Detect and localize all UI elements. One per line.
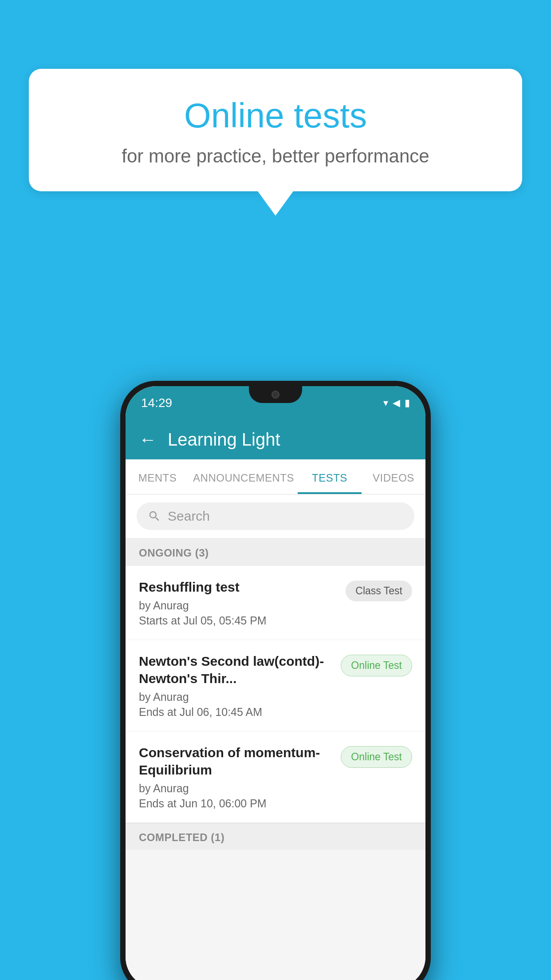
phone-notch xyxy=(249,386,302,403)
test-badge-2: Online Test xyxy=(341,655,412,676)
speech-bubble: Online tests for more practice, better p… xyxy=(29,69,522,191)
test-name-3: Conservation of momentum-Equilibrium xyxy=(139,744,334,778)
app-title: Learning Light xyxy=(168,430,280,450)
test-name-2: Newton's Second law(contd)-Newton's Thir… xyxy=(139,652,334,687)
tab-ments[interactable]: MENTS xyxy=(126,459,189,494)
test-time-1: Starts at Jul 05, 05:45 PM xyxy=(139,614,339,627)
test-by-2: by Anurag xyxy=(139,691,334,703)
signal-icon: ◀ xyxy=(393,397,400,409)
battery-icon: ▮ xyxy=(405,397,410,409)
search-placeholder: Search xyxy=(168,509,210,524)
search-icon xyxy=(148,510,161,523)
phone-screen: 14:29 ▾ ◀ ▮ ← Learning Light MENTS ANNOU… xyxy=(126,386,425,980)
bubble-tail xyxy=(258,191,293,216)
status-icons: ▾ ◀ ▮ xyxy=(383,397,410,409)
bubble-title: Online tests xyxy=(51,95,500,136)
test-badge-3: Online Test xyxy=(341,746,412,768)
test-item-reshuffling[interactable]: Reshuffling test by Anurag Starts at Jul… xyxy=(126,566,425,640)
test-item-conservation[interactable]: Conservation of momentum-Equilibrium by … xyxy=(126,731,425,823)
completed-section-header: COMPLETED (1) xyxy=(126,823,425,850)
completed-title: COMPLETED (1) xyxy=(139,831,224,843)
test-info-1: Reshuffling test by Anurag Starts at Jul… xyxy=(139,578,346,627)
tab-videos[interactable]: VIDEOS xyxy=(362,459,425,494)
ongoing-title: ONGOING (3) xyxy=(139,547,209,559)
ongoing-section-header: ONGOING (3) xyxy=(126,538,425,566)
status-time: 14:29 xyxy=(141,396,172,410)
status-bar: 14:29 ▾ ◀ ▮ xyxy=(126,386,425,419)
tab-announcements[interactable]: ANNOUNCEMENTS xyxy=(189,459,298,494)
wifi-icon: ▾ xyxy=(383,397,388,409)
test-badge-1: Class Test xyxy=(346,581,412,601)
phone-frame: 14:29 ▾ ◀ ▮ ← Learning Light MENTS ANNOU… xyxy=(120,381,431,980)
test-time-2: Ends at Jul 06, 10:45 AM xyxy=(139,706,334,719)
test-time-3: Ends at Jun 10, 06:00 PM xyxy=(139,797,334,810)
back-button[interactable]: ← xyxy=(139,431,157,448)
app-header: ← Learning Light xyxy=(126,419,425,459)
test-item-newtons[interactable]: Newton's Second law(contd)-Newton's Thir… xyxy=(126,640,425,731)
test-info-2: Newton's Second law(contd)-Newton's Thir… xyxy=(139,652,341,719)
speech-bubble-container: Online tests for more practice, better p… xyxy=(29,69,522,216)
test-name-1: Reshuffling test xyxy=(139,578,339,596)
test-by-3: by Anurag xyxy=(139,782,334,795)
search-input-wrap[interactable]: Search xyxy=(137,502,414,530)
test-info-3: Conservation of momentum-Equilibrium by … xyxy=(139,744,341,810)
content-area: ONGOING (3) Reshuffling test by Anurag S… xyxy=(126,538,425,980)
tab-tests[interactable]: TESTS xyxy=(298,459,362,494)
test-by-1: by Anurag xyxy=(139,599,339,612)
tabs-bar: MENTS ANNOUNCEMENTS TESTS VIDEOS xyxy=(126,459,425,494)
camera-dot xyxy=(272,391,279,399)
search-container: Search xyxy=(126,494,425,538)
bubble-subtitle: for more practice, better performance xyxy=(51,146,500,167)
